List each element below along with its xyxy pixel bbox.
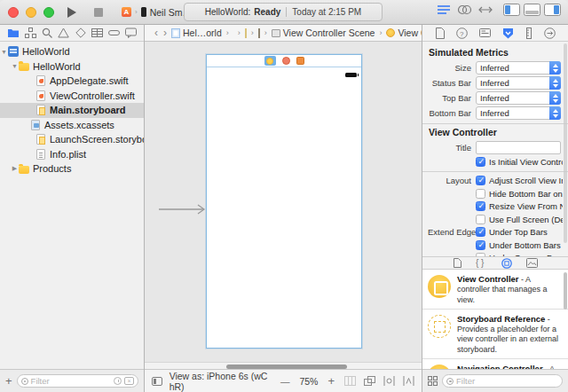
- tree-row-group[interactable]: ▼HelloWorld: [0, 59, 144, 74]
- bottom-bar-dropdown[interactable]: Inferred: [476, 106, 561, 120]
- assistant-editor-button[interactable]: [457, 4, 472, 15]
- issue-navigator-icon[interactable]: [58, 27, 69, 38]
- zoom-button[interactable]: [43, 7, 54, 18]
- jumpbar-scene-label: View Controller Scene: [283, 27, 375, 38]
- jumpbar-scene-segment[interactable]: View Controller Scene: [272, 27, 375, 38]
- tree-row-project[interactable]: ▼HelloWorld: [0, 44, 144, 59]
- object-library-icon[interactable]: [501, 258, 512, 269]
- view-controller-scene[interactable]: [206, 54, 362, 349]
- library-scrollbar-thumb[interactable]: [564, 272, 567, 310]
- view-controller-dock-icon[interactable]: [264, 56, 276, 66]
- zoom-in-button[interactable]: +: [325, 374, 337, 388]
- library-item-navigation-controller[interactable]: Navigation Controller - A controller tha…: [422, 359, 568, 369]
- zoom-level[interactable]: 75%: [299, 376, 318, 387]
- quick-help-inspector-icon[interactable]: ?: [456, 27, 468, 39]
- root-view[interactable]: [207, 67, 361, 348]
- forward-button[interactable]: ›: [162, 27, 168, 39]
- library-item-view-controller[interactable]: View Controller - A controller that mana…: [422, 270, 568, 310]
- size-inspector-icon[interactable]: [525, 27, 532, 39]
- initial-view-controller-arrow[interactable]: [159, 203, 207, 216]
- storyboard-doc-icon[interactable]: [245, 28, 247, 38]
- report-navigator-icon[interactable]: [125, 27, 137, 38]
- attributes-inspector-icon[interactable]: [502, 27, 514, 39]
- base-doc-icon[interactable]: [258, 28, 260, 38]
- stepper-icon: [549, 91, 561, 105]
- toggle-debug-area-button[interactable]: [524, 4, 540, 16]
- run-button[interactable]: [61, 4, 83, 21]
- folder-icon: [19, 166, 29, 174]
- tree-row-file[interactable]: Info.plist: [0, 147, 144, 162]
- metric-row: Top BarInferred: [428, 90, 563, 106]
- version-editor-button[interactable]: [478, 4, 493, 15]
- close-button[interactable]: [8, 7, 19, 18]
- minimize-button[interactable]: [26, 7, 36, 18]
- tree-row-file[interactable]: ViewController.swift: [0, 89, 144, 104]
- disclosure-open-icon[interactable]: ▼: [11, 63, 19, 69]
- group-label: Layout: [428, 176, 476, 185]
- under-top-bars-checkbox[interactable]: [476, 227, 485, 237]
- navigator-filter-field[interactable]: Filter ×: [17, 374, 138, 388]
- recent-files-icon[interactable]: [114, 377, 122, 385]
- identity-inspector-icon[interactable]: [479, 27, 491, 38]
- xcode-window: A › Neil Sm…'s iPhone HelloWorld: Ready …: [0, 0, 568, 392]
- tree-row-file[interactable]: AppDelegate.swift: [0, 74, 144, 89]
- source-control-filter-icon[interactable]: ×: [124, 377, 134, 385]
- disclosure-closed-icon[interactable]: ▶: [11, 165, 19, 172]
- test-navigator-icon[interactable]: [75, 27, 86, 38]
- find-navigator-icon[interactable]: [42, 27, 52, 38]
- embed-in-stack-icon[interactable]: [344, 376, 356, 386]
- adjust-scroll-insets-checkbox[interactable]: [476, 176, 485, 185]
- resolve-auto-layout-icon[interactable]: [403, 376, 414, 386]
- debug-navigator-icon[interactable]: [91, 27, 103, 38]
- dropdown-value: Inferred: [480, 108, 509, 118]
- storyboard-reference-library-icon: [428, 315, 451, 338]
- resize-view-checkbox[interactable]: [476, 201, 485, 211]
- scrollbar-thumb[interactable]: [226, 365, 347, 369]
- is-initial-vc-checkbox[interactable]: [476, 157, 485, 167]
- toggle-inspector-button[interactable]: [544, 4, 561, 16]
- zoom-out-button[interactable]: —: [278, 376, 293, 387]
- jumpbar-file-segment[interactable]: Hel…orld: [171, 27, 222, 38]
- connections-inspector-icon[interactable]: [544, 27, 556, 39]
- file-template-library-icon[interactable]: [454, 258, 462, 268]
- tree-row-file[interactable]: Assets.xcassets: [0, 118, 144, 133]
- under-bottom-bars-checkbox[interactable]: [476, 240, 485, 250]
- add-button[interactable]: +: [5, 374, 12, 388]
- top-bar-dropdown[interactable]: Inferred: [476, 91, 561, 105]
- file-inspector-icon[interactable]: [436, 27, 445, 39]
- disclosure-open-icon[interactable]: ▼: [0, 49, 8, 55]
- back-button[interactable]: ‹: [154, 27, 159, 39]
- stop-button[interactable]: [88, 4, 109, 21]
- jumpbar-controller-segment[interactable]: View Controller: [386, 27, 422, 38]
- inspector-scrollbar-thumb[interactable]: [564, 43, 567, 243]
- tree-row-group[interactable]: ▶Products: [0, 161, 144, 176]
- tree-row-file[interactable]: LaunchScreen.storyboard: [0, 132, 144, 147]
- swift-file-icon: [36, 75, 45, 86]
- canvas-bottom-bar: View as: iPhone 6s (wC hR) — 75% +: [145, 369, 422, 392]
- pin-icon[interactable]: [383, 376, 395, 386]
- status-bar-dropdown[interactable]: Inferred: [476, 76, 561, 90]
- view-as-label[interactable]: View as: iPhone 6s (wC hR): [170, 371, 271, 392]
- align-icon[interactable]: [364, 376, 375, 386]
- horizontal-scrollbar[interactable]: [145, 362, 422, 369]
- library-item-storyboard-reference[interactable]: Storyboard Reference - Provides a placeh…: [422, 310, 568, 359]
- size-dropdown[interactable]: Inferred: [476, 61, 561, 74]
- breakpoint-navigator-icon[interactable]: [108, 27, 120, 38]
- title-field[interactable]: [476, 141, 561, 154]
- toggle-navigator-button[interactable]: [503, 4, 520, 16]
- first-responder-icon[interactable]: [282, 57, 290, 65]
- tree-row-file-selected[interactable]: Main.storyboard: [0, 103, 144, 118]
- standard-editor-button[interactable]: [437, 4, 451, 15]
- symbol-navigator-icon[interactable]: [25, 27, 36, 38]
- library-filter-field[interactable]: Filter: [442, 374, 563, 388]
- under-opaque-bars-checkbox[interactable]: [476, 253, 485, 256]
- exit-icon[interactable]: [296, 57, 304, 65]
- device-configuration-button[interactable]: [152, 377, 162, 386]
- code-snippet-library-icon[interactable]: { }: [476, 258, 487, 268]
- grid-view-icon[interactable]: [428, 376, 438, 386]
- storyboard-canvas[interactable]: [145, 42, 422, 369]
- use-full-screen-checkbox[interactable]: [476, 215, 485, 224]
- media-library-icon[interactable]: [526, 258, 538, 268]
- hide-bottom-bar-checkbox[interactable]: [476, 189, 485, 199]
- project-navigator-icon[interactable]: [7, 27, 20, 38]
